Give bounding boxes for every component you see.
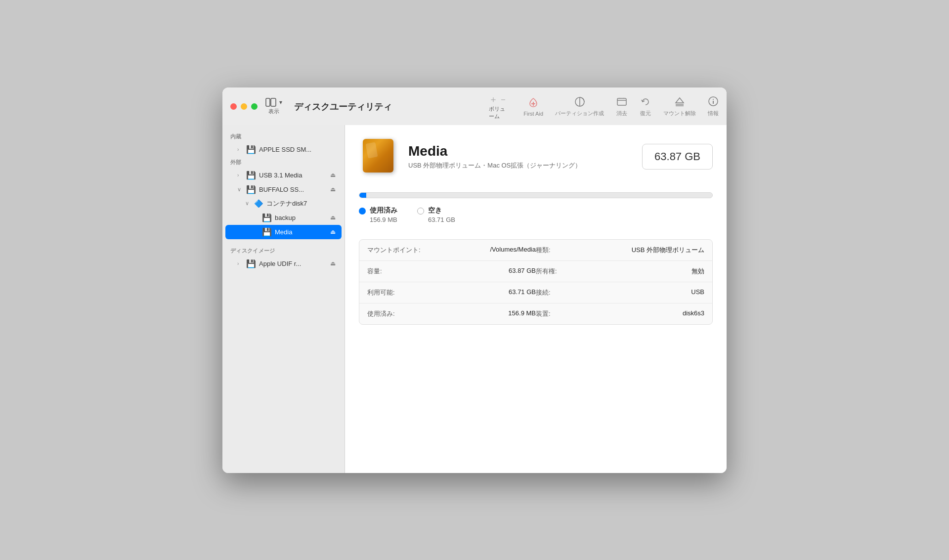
sidebar-item-label: backup bbox=[275, 214, 327, 221]
sidebar-item-container-disk7[interactable]: ∨ 🔷 コンテナdisk7 bbox=[225, 197, 342, 211]
volume-label: ボリューム bbox=[489, 105, 508, 120]
sidebar-item-internal-ssd[interactable]: › 💾 APPLE SSD SM... bbox=[225, 142, 342, 157]
detail-key-1: 容量: bbox=[367, 267, 452, 276]
erase-label: 消去 bbox=[616, 110, 627, 117]
volume-icon: 💾 bbox=[262, 227, 272, 237]
unmount-button[interactable]: マウント解除 bbox=[663, 96, 696, 117]
eject-icon[interactable]: ⏏ bbox=[330, 186, 336, 193]
detail-key-2: 装置: bbox=[536, 309, 620, 318]
detail-val-2: USB bbox=[620, 288, 705, 297]
chevron-icon: › bbox=[237, 261, 242, 266]
container-icon: 🔷 bbox=[254, 199, 263, 208]
detail-val-1: 63.71 GB bbox=[452, 288, 536, 297]
drive-icon: 💾 bbox=[246, 171, 256, 180]
volume-type: USB 外部物理ボリューム・Mac OS拡張（ジャーナリング） bbox=[408, 161, 632, 170]
detail-key-1: マウントポイント: bbox=[367, 246, 452, 255]
firstaid-label: First Aid bbox=[523, 111, 543, 117]
detail-val-2: USB 外部物理ボリューム bbox=[620, 246, 705, 255]
restore-label: 復元 bbox=[640, 110, 651, 117]
table-row: 使用済み: 156.9 MB 装置: disk6s3 bbox=[359, 303, 712, 324]
sidebar-item-backup[interactable]: 💾 backup ⏏ bbox=[225, 211, 342, 225]
used-label-item: 使用済み 156.9 MB bbox=[359, 206, 397, 223]
close-button[interactable] bbox=[230, 103, 237, 110]
view-toggle[interactable]: ▾ 表示 bbox=[265, 98, 282, 115]
chevron-icon: › bbox=[237, 147, 242, 152]
progress-fill bbox=[359, 193, 366, 198]
svg-marker-10 bbox=[676, 98, 684, 103]
detail-key-2: 接続: bbox=[536, 288, 620, 297]
table-row: 容量: 63.87 GB 所有権: 無効 bbox=[359, 261, 712, 282]
traffic-lights bbox=[230, 103, 258, 110]
sidebar-item-label: Media bbox=[275, 228, 327, 236]
sidebar-item-label: コンテナdisk7 bbox=[266, 199, 336, 208]
info-label: 情報 bbox=[708, 110, 719, 117]
detail-val-1: 63.87 GB bbox=[452, 267, 536, 276]
used-label: 使用済み bbox=[370, 206, 397, 215]
erase-button[interactable]: 消去 bbox=[616, 96, 628, 117]
drive-icon: 💾 bbox=[246, 259, 256, 268]
table-row: マウントポイント: /Volumes/Media 種類: USB 外部物理ボリュ… bbox=[359, 240, 712, 261]
sidebar-item-label: BUFFALO SS... bbox=[259, 186, 327, 193]
partition-label: パーティション作成 bbox=[555, 110, 604, 117]
restore-button[interactable]: 復元 bbox=[640, 96, 651, 117]
firstaid-button[interactable]: First Aid bbox=[523, 97, 543, 117]
detail-val-1: /Volumes/Media bbox=[452, 246, 536, 255]
main-area: 内蔵 › 💾 APPLE SSD SM... 外部 › 💾 USB 3.1 Me… bbox=[222, 125, 727, 473]
progress-section: 使用済み 156.9 MB 空き 63.71 GB bbox=[359, 186, 713, 229]
detail-val-1: 156.9 MB bbox=[452, 309, 536, 318]
drive-icon: 💾 bbox=[246, 145, 256, 154]
minimize-button[interactable] bbox=[241, 103, 247, 110]
sidebar-item-apple-udif[interactable]: › 💾 Apple UDIF r... ⏏ bbox=[225, 257, 342, 271]
drive-icon: 💾 bbox=[246, 185, 256, 194]
sidebar-item-buffalo[interactable]: ∨ 💾 BUFFALO SS... ⏏ bbox=[225, 182, 342, 197]
svg-rect-0 bbox=[266, 98, 270, 106]
used-dot bbox=[359, 208, 366, 215]
sidebar-item-label: Apple UDIF r... bbox=[259, 260, 327, 267]
remove-volume-button[interactable]: － bbox=[499, 93, 508, 105]
app-window: ▾ 表示 ディスクユーティリティ ＋ － ボリューム bbox=[222, 87, 727, 473]
free-dot bbox=[417, 208, 424, 215]
detail-val-2: 無効 bbox=[620, 267, 705, 276]
used-value: 156.9 MB bbox=[370, 216, 397, 223]
partition-button[interactable]: パーティション作成 bbox=[555, 96, 604, 117]
add-volume-button[interactable]: ＋ bbox=[489, 93, 498, 105]
maximize-button[interactable] bbox=[251, 103, 258, 110]
free-label: 空き bbox=[428, 206, 455, 215]
chevron-down-icon: ∨ bbox=[245, 200, 250, 207]
hdd-graphic bbox=[363, 139, 394, 174]
title-bar: ▾ 表示 ディスクユーティリティ ＋ － ボリューム bbox=[222, 87, 727, 125]
unmount-label: マウント解除 bbox=[663, 110, 696, 117]
sidebar-item-usb-media[interactable]: › 💾 USB 3.1 Media ⏏ bbox=[225, 168, 342, 182]
chevron-down-icon: ∨ bbox=[237, 186, 242, 193]
eject-icon[interactable]: ⏏ bbox=[330, 260, 336, 267]
detail-val-2: disk6s3 bbox=[620, 309, 705, 318]
toolbar-actions: ＋ － ボリューム First Aid bbox=[489, 93, 719, 120]
volume-info: Media USB 外部物理ボリューム・Mac OS拡張（ジャーナリング） bbox=[408, 143, 632, 171]
progress-labels: 使用済み 156.9 MB 空き 63.71 GB bbox=[359, 206, 713, 223]
detail-key-1: 使用済み: bbox=[367, 309, 452, 318]
sidebar-item-media[interactable]: 💾 Media ⏏ bbox=[225, 225, 342, 239]
eject-icon[interactable]: ⏏ bbox=[330, 228, 336, 235]
sidebar: 内蔵 › 💾 APPLE SSD SM... 外部 › 💾 USB 3.1 Me… bbox=[222, 125, 345, 473]
svg-rect-6 bbox=[617, 98, 626, 105]
sidebar-item-label: APPLE SSD SM... bbox=[259, 146, 336, 153]
table-row: 利用可能: 63.71 GB 接続: USB bbox=[359, 282, 712, 303]
chevron-icon: › bbox=[237, 172, 242, 178]
eject-icon[interactable]: ⏏ bbox=[330, 214, 336, 221]
details-table: マウントポイント: /Volumes/Media 種類: USB 外部物理ボリュ… bbox=[359, 239, 713, 325]
detail-key-2: 所有権: bbox=[536, 267, 620, 276]
volume-size: 63.87 GB bbox=[642, 144, 713, 170]
svg-rect-1 bbox=[271, 98, 276, 106]
content-area: Media USB 外部物理ボリューム・Mac OS拡張（ジャーナリング） 63… bbox=[345, 125, 727, 473]
detail-key-2: 種類: bbox=[536, 246, 620, 255]
progress-bar bbox=[359, 192, 713, 198]
free-value: 63.71 GB bbox=[428, 216, 455, 223]
volume-icon-wrapper bbox=[359, 137, 398, 176]
sidebar-internal-label: 内蔵 bbox=[222, 131, 345, 142]
sidebar-disk-image-label: ディスクイメージ bbox=[222, 245, 345, 257]
volume-icon: 💾 bbox=[262, 213, 272, 222]
eject-icon[interactable]: ⏏ bbox=[330, 172, 336, 178]
volume-header: Media USB 外部物理ボリューム・Mac OS拡張（ジャーナリング） 63… bbox=[359, 137, 713, 176]
view-label: 表示 bbox=[268, 108, 279, 115]
info-button[interactable]: 情報 bbox=[708, 96, 719, 117]
